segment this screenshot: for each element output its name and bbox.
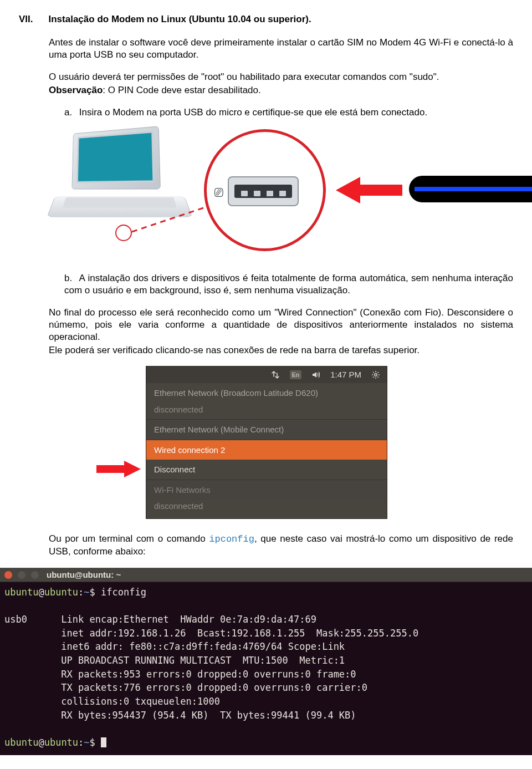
terminal-cursor: [101, 737, 106, 747]
insert-arrow-icon: [336, 175, 402, 206]
figure-network-menu: En 1:47 PM Ethernet Network (Broadcom La…: [96, 366, 513, 518]
network-updown-icon[interactable]: [271, 370, 280, 379]
intro-p1: Antes de instalar o software você deve p…: [49, 37, 513, 61]
wired-connection-note-2: Ele poderá ser verificado clicando-se na…: [49, 344, 513, 357]
observation-text: : O PIN Code deve estar desabilitado.: [103, 85, 260, 95]
terminal-body[interactable]: ubuntu@ubuntu:~$ ifconfig usb0 Link enca…: [0, 582, 532, 755]
menu-topbar: En 1:47 PM: [146, 366, 387, 383]
prompt-host: ubuntu: [44, 587, 78, 598]
term-line-6: collisions:0 txqueuelen:1000: [61, 696, 220, 707]
volume-icon[interactable]: [311, 370, 320, 379]
step-a-text: Insira o Modem na porta USB do micro e c…: [79, 107, 427, 118]
iface-name: usb0: [4, 614, 27, 625]
section-number: VII.: [19, 13, 33, 26]
menu-item-wifi-status: disconnected: [146, 500, 387, 518]
inline-command: ipconfig: [209, 534, 254, 544]
svg-line-9: [377, 377, 378, 378]
svg-point-3: [375, 374, 377, 376]
menu-item-wifi-header: Wi-Fi Networks: [146, 480, 387, 500]
step-b-marker: b.: [64, 272, 76, 284]
svg-line-8: [373, 372, 374, 373]
usb-port-zoom: ⎚: [204, 129, 326, 251]
svg-line-10: [373, 377, 374, 378]
menu-item-eth-mobile: Ethernet Network (Mobile Connect): [146, 419, 387, 440]
ubuntu-network-menu: En 1:47 PM Ethernet Network (Broadcom La…: [146, 366, 387, 518]
prompt-path: ~: [84, 587, 89, 598]
step-a: a. Insira o Modem na porta USB do micro …: [64, 106, 513, 119]
svg-marker-1: [336, 177, 402, 203]
window-maximize-icon[interactable]: [31, 571, 39, 579]
observation-label: Observação: [49, 85, 103, 95]
step-b: b. A instalação dos drivers e dispositiv…: [64, 272, 513, 297]
keyboard-lang-indicator[interactable]: En: [290, 370, 301, 379]
terminal-window: ubuntu@ubuntu: ~ ubuntu@ubuntu:~$ ifconf…: [0, 568, 532, 755]
modem-illustration: [409, 176, 532, 202]
window-close-icon[interactable]: [4, 571, 12, 579]
section-heading: VII. Instalação do Modem no Linux (Ubunt…: [19, 13, 513, 26]
prompt-user: ubuntu: [4, 587, 38, 598]
step-a-marker: a.: [64, 106, 76, 119]
usb-icon: ⎚: [214, 183, 223, 202]
term-line-3: UP BROADCAST RUNNING MULTICAST MTU:1500 …: [61, 655, 345, 666]
term-line-4: RX packets:953 errors:0 dropped:0 overru…: [61, 669, 356, 680]
svg-line-11: [377, 372, 378, 373]
usb-port: [228, 176, 299, 206]
term-line-5: TX packets:776 errors:0 dropped:0 overru…: [61, 682, 367, 693]
terminal-title-text: ubuntu@ubuntu: ~: [47, 569, 121, 580]
term-line-1: inet addr:192.168.1.26 Bcast:192.168.1.2…: [61, 628, 418, 639]
port-highlight-circle: [115, 225, 132, 241]
menu-item-eth-broadcom-status: disconnected: [146, 403, 387, 420]
gear-icon[interactable]: [371, 370, 380, 379]
terminal-titlebar: ubuntu@ubuntu: ~: [0, 568, 532, 582]
pointer-arrow-icon: [96, 461, 141, 477]
term-line-2: inet6 addr: fe80::c7a:d9ff:feda:4769/64 …: [61, 641, 345, 652]
menu-item-disconnect[interactable]: Disconnect: [146, 460, 387, 480]
section-title: Instalação do Modem no Linux (Ubuntu 10.…: [49, 13, 311, 26]
figure-laptop-usb: ⎚: [49, 129, 514, 257]
intro-observation: Observação: O PIN Code deve estar desabi…: [49, 84, 513, 96]
figure-terminal: ubuntu@ubuntu: ~ ubuntu@ubuntu:~$ ifconf…: [0, 568, 532, 755]
step-b-text: A instalação dos drivers e dispositivos …: [64, 273, 513, 296]
window-minimize-icon[interactable]: [18, 571, 25, 579]
intro-p2: O usuário deverá ter permissões de "root…: [49, 71, 513, 83]
terminal-command: ifconfig: [101, 587, 146, 598]
menu-item-eth-broadcom: Ethernet Network (Broadcom Latitude D620…: [146, 383, 387, 403]
svg-marker-2: [96, 461, 141, 477]
terminal-intro-pre: Ou por um terminal com o comando: [49, 533, 209, 544]
clock-text[interactable]: 1:47 PM: [330, 369, 361, 380]
terminal-intro: Ou por um terminal com o comando ipconfi…: [49, 533, 513, 558]
term-line-7: RX bytes:954437 (954.4 KB) TX bytes:9944…: [61, 710, 356, 721]
wired-connection-note-1: No final do processo ele será reconhecid…: [49, 307, 513, 343]
menu-body: Ethernet Network (Broadcom Latitude D620…: [146, 383, 387, 518]
term-line-0: Link encap:Ethernet HWaddr 0e:7a:d9:da:4…: [61, 614, 316, 625]
menu-item-wired-connection[interactable]: Wired connection 2: [146, 440, 387, 460]
